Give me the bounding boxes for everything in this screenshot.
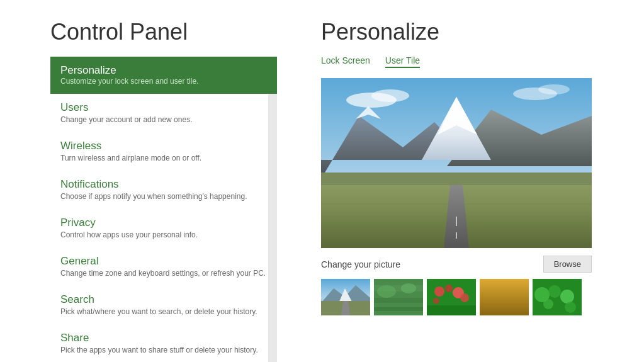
tab-user-tile[interactable]: User Tile xyxy=(385,55,420,68)
thumbnail-strip xyxy=(321,279,592,315)
nav-item-wireless[interactable]: Wireless Turn wireless and airplane mode… xyxy=(50,132,277,171)
thumb-4-svg xyxy=(480,279,529,315)
tabs-container: Lock Screen User Tile xyxy=(321,55,619,68)
thumb-3-svg xyxy=(427,279,476,315)
nav-item-desc-users: Change your account or add new ones. xyxy=(60,115,267,124)
svg-rect-34 xyxy=(427,305,476,315)
nav-item-desc-privacy: Control how apps use your personal info. xyxy=(60,230,267,239)
svg-point-43 xyxy=(543,299,553,309)
nav-item-title-share: Share xyxy=(60,332,267,344)
svg-rect-25 xyxy=(374,307,423,311)
svg-point-33 xyxy=(460,293,469,302)
thumb-2-svg xyxy=(374,279,423,315)
svg-point-14 xyxy=(371,89,409,102)
nav-item-users[interactable]: Users Change your account or add new one… xyxy=(50,94,277,132)
svg-rect-24 xyxy=(374,298,423,303)
thumb-5-svg xyxy=(533,279,582,315)
left-panel: Control Panel Personalize Customize your… xyxy=(0,0,290,362)
thumbnail-2[interactable] xyxy=(374,279,423,315)
nav-item-title-personalize: Personalize xyxy=(60,64,267,77)
change-picture-label: Change your picture xyxy=(321,259,400,269)
nav-item-general[interactable]: General Change time zone and keyboard se… xyxy=(50,247,277,286)
nav-item-desc-wireless: Turn wireless and airplane mode on or of… xyxy=(60,154,267,162)
nav-item-title-notifications: Notifications xyxy=(60,178,267,191)
svg-point-29 xyxy=(434,286,444,297)
nav-item-desc-share: Pick the apps you want to share stuff or… xyxy=(60,346,267,354)
browse-button[interactable]: Browse xyxy=(543,256,592,273)
nav-item-title-users: Users xyxy=(60,101,267,114)
nav-item-desc-notifications: Choose if apps notify you when something… xyxy=(60,192,267,201)
svg-point-26 xyxy=(377,285,396,298)
svg-point-41 xyxy=(548,285,561,298)
tab-lock-screen[interactable]: Lock Screen xyxy=(321,55,370,68)
svg-point-30 xyxy=(445,285,453,292)
svg-point-32 xyxy=(433,298,439,304)
thumbnail-3[interactable] xyxy=(427,279,476,315)
svg-point-27 xyxy=(401,283,416,293)
svg-point-16 xyxy=(538,84,570,94)
thumbnail-1[interactable] xyxy=(321,279,370,315)
nav-item-desc-general: Change time zone and keyboard settings, … xyxy=(60,269,267,278)
landscape-svg xyxy=(321,78,592,248)
nav-item-search[interactable]: Search Pick what/where you want to searc… xyxy=(50,286,277,324)
change-picture-row: Change your picture Browse xyxy=(321,256,592,273)
nav-item-privacy[interactable]: Privacy Control how apps use your person… xyxy=(50,209,277,247)
nav-list: Personalize Customize your lock screen a… xyxy=(50,57,277,362)
nav-item-desc-search: Pick what/where you want to search, or d… xyxy=(60,307,267,316)
nav-item-notifications[interactable]: Notifications Choose if apps notify you … xyxy=(50,171,277,209)
nav-item-title-wireless: Wireless xyxy=(60,140,267,152)
thumb-1-svg xyxy=(321,279,370,315)
thumbnail-5[interactable] xyxy=(533,279,582,315)
nav-item-title-general: General xyxy=(60,255,267,268)
svg-point-44 xyxy=(565,302,576,313)
main-image-container xyxy=(321,78,592,248)
svg-rect-35 xyxy=(480,279,529,315)
panel-title: Control Panel xyxy=(50,19,290,45)
nav-item-desc-personalize: Customize your lock screen and user tile… xyxy=(60,77,267,86)
svg-point-42 xyxy=(560,290,574,303)
nav-item-title-privacy: Privacy xyxy=(60,217,267,229)
nav-item-personalize[interactable]: Personalize Customize your lock screen a… xyxy=(50,57,277,94)
right-panel-title: Personalize xyxy=(321,19,619,45)
nav-item-title-search: Search xyxy=(60,293,267,306)
nav-item-share[interactable]: Share Pick the apps you want to share st… xyxy=(50,324,277,362)
main-image xyxy=(321,78,592,248)
thumbnail-4[interactable] xyxy=(480,279,529,315)
right-panel: Personalize Lock Screen User Tile xyxy=(290,0,644,362)
